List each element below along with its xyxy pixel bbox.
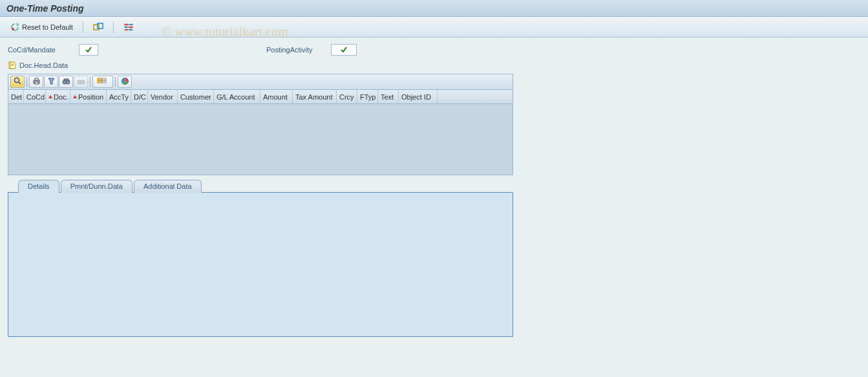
grid-header: DetCoCdDoc.PositionAccTyD/CVendorCustome… xyxy=(8,90,513,104)
svg-rect-30 xyxy=(102,81,106,83)
column-label: Customer xyxy=(180,93,211,101)
grid-toolbar xyxy=(8,74,513,90)
column-label: Tax Amount xyxy=(295,93,332,101)
options-button[interactable] xyxy=(89,20,107,34)
svg-rect-2 xyxy=(98,23,103,28)
column-label: Doc. xyxy=(54,93,69,101)
column-header[interactable]: Doc. xyxy=(46,90,70,103)
grid-body[interactable] xyxy=(8,104,513,174)
svg-point-13 xyxy=(129,28,131,30)
abacus-icon xyxy=(123,23,134,32)
column-label: Object ID xyxy=(401,93,431,101)
svg-point-12 xyxy=(125,28,127,30)
column-header[interactable]: FTyp xyxy=(357,90,378,103)
reset-to-default-button[interactable]: Reset to Default xyxy=(6,20,77,34)
find-button[interactable] xyxy=(59,76,73,88)
column-label: G/L Account xyxy=(217,93,255,101)
app-toolbar: Reset to Default xyxy=(0,17,868,38)
svg-rect-27 xyxy=(98,78,101,80)
svg-point-10 xyxy=(129,26,131,28)
printer-icon xyxy=(32,77,41,87)
doc-head-data-link[interactable]: Doc.Head.Data xyxy=(8,59,860,71)
svg-point-0 xyxy=(12,28,14,30)
column-header[interactable]: Det xyxy=(8,90,24,103)
sum-button[interactable] xyxy=(92,76,113,88)
svg-rect-28 xyxy=(98,81,101,83)
svg-rect-1 xyxy=(94,25,99,30)
svg-line-18 xyxy=(19,82,21,84)
refresh-icon xyxy=(10,23,19,32)
svg-rect-24 xyxy=(64,79,69,81)
filter-button[interactable] xyxy=(44,76,58,88)
svg-point-26 xyxy=(81,80,85,84)
checkmark-icon xyxy=(85,46,92,54)
posting-activity-label: PostingActivity xyxy=(266,46,331,54)
svg-rect-21 xyxy=(35,82,38,84)
cocd-mandate-input[interactable] xyxy=(79,44,98,56)
column-header[interactable]: Amount xyxy=(260,90,293,103)
column-header[interactable]: Customer xyxy=(178,90,214,103)
column-label: Det xyxy=(11,93,22,101)
tabstrip-container: DetailsPmnt/Dunn.DataAdditional Data xyxy=(8,179,513,337)
column-header[interactable]: Object ID xyxy=(399,90,438,103)
sum-icon xyxy=(97,77,109,87)
chart-icon xyxy=(121,77,129,87)
binoculars-next-icon xyxy=(77,77,85,87)
column-label: D/C xyxy=(134,93,146,101)
column-header[interactable]: D/C xyxy=(131,90,148,103)
views-button[interactable] xyxy=(120,20,138,34)
column-header[interactable]: G/L Account xyxy=(214,90,260,103)
filter-row: CoCd/Mandate PostingActivity xyxy=(8,43,860,57)
column-header[interactable]: Crcy xyxy=(337,90,357,103)
column-label: Amount xyxy=(263,93,288,101)
options-icon xyxy=(93,23,103,32)
binoculars-icon xyxy=(62,77,70,87)
cocd-mandate-label: CoCd/Mandate xyxy=(8,46,79,54)
find-next-button[interactable] xyxy=(74,76,88,88)
svg-point-8 xyxy=(130,23,132,25)
tab[interactable]: Details xyxy=(18,180,59,193)
checkmark-icon xyxy=(340,46,348,54)
column-label: CoCd xyxy=(26,93,45,101)
column-label: FTyp xyxy=(360,93,376,101)
svg-point-6 xyxy=(124,23,126,25)
doc-head-data-label: Doc.Head.Data xyxy=(19,61,68,69)
magnifier-icon xyxy=(14,77,22,87)
document-icon xyxy=(8,61,17,70)
column-label: Vendor xyxy=(151,93,173,101)
tab-content xyxy=(8,192,513,337)
sort-asc-icon xyxy=(73,95,77,98)
tab[interactable]: Pmnt/Dunn.Data xyxy=(61,180,132,193)
column-label: Text xyxy=(381,93,394,101)
page-title: One-Time Posting xyxy=(6,3,84,14)
funnel-icon xyxy=(47,77,56,87)
svg-rect-29 xyxy=(102,78,106,80)
data-grid: DetCoCdDoc.PositionAccTyD/CVendorCustome… xyxy=(8,74,513,175)
svg-point-9 xyxy=(125,26,127,28)
title-bar: One-Time Posting xyxy=(0,0,868,17)
detail-button[interactable] xyxy=(10,76,25,88)
tabstrip: DetailsPmnt/Dunn.DataAdditional Data xyxy=(18,179,513,192)
column-label: AccTy xyxy=(109,93,129,101)
svg-rect-20 xyxy=(35,78,38,80)
column-header[interactable]: Tax Amount xyxy=(293,90,337,103)
svg-point-11 xyxy=(131,26,132,28)
column-header[interactable]: Text xyxy=(378,90,399,103)
reset-label: Reset to Default xyxy=(22,23,73,31)
tab[interactable]: Additional Data xyxy=(134,180,202,193)
sort-asc-icon xyxy=(48,95,52,98)
svg-point-17 xyxy=(14,78,19,83)
column-label: Crcy xyxy=(339,93,354,101)
column-header[interactable]: AccTy xyxy=(107,90,131,103)
content-area: CoCd/Mandate PostingActivity Doc.Head.Da… xyxy=(0,38,868,342)
print-button[interactable] xyxy=(29,76,43,88)
column-header[interactable]: Vendor xyxy=(148,90,178,103)
column-header[interactable]: CoCd xyxy=(24,90,46,103)
posting-activity-input[interactable] xyxy=(331,44,357,56)
column-header[interactable]: Position xyxy=(70,90,107,103)
column-label: Position xyxy=(78,93,103,101)
svg-point-7 xyxy=(126,23,128,25)
graph-button[interactable] xyxy=(118,76,132,88)
